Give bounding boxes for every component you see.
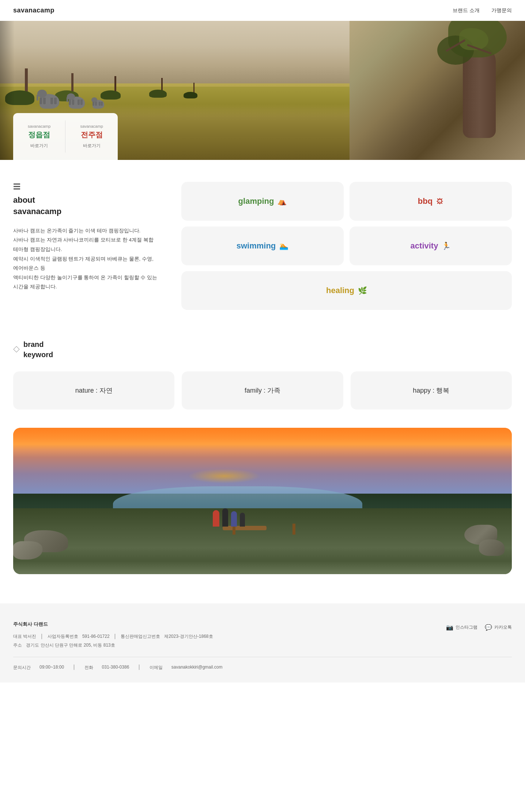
footer-bottom: 문의시간 09:00~18:00 │ 전화 031-380-0386 │ 이메일… — [13, 665, 512, 671]
instagram-link[interactable]: 📷 인스타그램 — [446, 624, 477, 631]
table-leg-2 — [292, 524, 295, 535]
person-3 — [231, 511, 237, 527]
footer-company: 주식회사 다랜드 — [13, 621, 446, 628]
rock-4 — [479, 539, 505, 556]
camp-ground — [13, 508, 512, 574]
rock-2 — [13, 541, 42, 560]
person-4 — [240, 513, 245, 527]
glamping-icon: ⛺ — [277, 197, 287, 206]
keyword-nature: nature : 자연 — [13, 371, 174, 409]
about-section: ☰ aboutsavanacamp 사바나 캠프는 온가족이 즐기는 이색 테마… — [0, 160, 525, 332]
person-1 — [213, 510, 219, 527]
brand-header: ◇ brandkeyword — [13, 339, 512, 360]
person-2 — [222, 508, 228, 527]
baobab-area — [350, 21, 525, 160]
nav-brand[interactable]: 브랜드 소개 — [453, 7, 480, 14]
footer-addr-label: 주소 — [13, 643, 22, 648]
location-bar: savanacamp 정읍점 바로가기 savanacamp 전주점 바로가기 — [13, 113, 118, 160]
footer-address: 경기도 안산시 단원구 만해로 205, 비동 813호 — [26, 643, 115, 648]
kakao-link[interactable]: 💬 카카오톡 — [485, 624, 512, 631]
footer-email: savanakokkiri@gmail.com — [171, 665, 223, 671]
footer: 주식회사 다랜드 대표 박서진 │ 사업자등록번호 591-86-01722 │… — [0, 603, 525, 682]
footer-info-1: 대표 박서진 │ 사업자등록번호 591-86-01722 │ 통신판매업신고번… — [13, 632, 446, 641]
footer-separator-3: │ — [73, 665, 76, 671]
feature-glamping: glamping ⛺ — [181, 182, 344, 221]
footer-rep-label: 대표 박서진 — [13, 634, 36, 639]
footer-biz-label: 사업자등록번호 — [48, 634, 78, 639]
about-left: ☰ aboutsavanacamp 사바나 캠프는 온가족이 즐기는 이색 테마… — [13, 182, 159, 292]
keyword-family: family : 가족 — [182, 371, 343, 409]
keyword-happy: happy : 행복 — [351, 371, 512, 409]
elephant-large — [37, 89, 62, 109]
nav-franchise[interactable]: 가맹문의 — [491, 7, 512, 14]
footer-inquiry-time: 09:00~18:00 — [39, 665, 64, 671]
feature-bbq-label: bbq — [418, 197, 433, 206]
footer-inquiry-label: 문의시간 — [13, 665, 31, 671]
instagram-icon: 📷 — [446, 624, 453, 631]
elephant-medium — [67, 92, 87, 109]
tree-center-2 — [190, 83, 197, 98]
location-link-jeonju[interactable]: 바로가기 — [80, 143, 103, 149]
logo[interactable]: savanacamp — [13, 7, 54, 14]
footer-email-label: 이메일 — [150, 665, 163, 671]
location-jeonju: savanacamp 전주점 바로가기 — [65, 120, 117, 153]
footer-top-row: 주식회사 다랜드 대표 박서진 │ 사업자등록번호 591-86-01722 │… — [13, 621, 512, 650]
feature-swimming-label: swimming — [237, 241, 276, 251]
keyword-row: nature : 자연 family : 가족 happy : 행복 — [13, 371, 512, 409]
activity-icon: 🏃 — [442, 242, 451, 250]
location-jeongeum: savanacamp 정읍점 바로가기 — [13, 120, 65, 153]
camp-people — [213, 508, 245, 527]
footer-biz-number: 591-86-01722 — [82, 634, 110, 639]
camp-photo-image — [13, 428, 512, 574]
footer-comm-label: 통신판매업신고번호 — [121, 634, 160, 639]
location-name-jeongeum: 정읍점 — [28, 130, 50, 140]
camp-sky — [13, 428, 512, 494]
footer-contact: 문의시간 09:00~18:00 │ 전화 031-380-0386 │ 이메일… — [13, 665, 222, 671]
site-header: savanacamp 브랜드 소개 가맹문의 — [0, 0, 525, 21]
sun-glow — [188, 469, 261, 483]
location-name-jeonju: 전주점 — [80, 130, 103, 140]
keyword-family-label: family : 가족 — [245, 387, 280, 394]
footer-left: 주식회사 다랜드 대표 박서진 │ 사업자등록번호 591-86-01722 │… — [13, 621, 446, 650]
feature-activity: activity 🏃 — [350, 227, 512, 265]
bbq-icon: ⚙ — [436, 197, 443, 206]
footer-comm-number: 제2023-경기안산-1868호 — [164, 634, 213, 639]
footer-phone: 031-380-0386 — [102, 665, 129, 671]
location-camp-label-1: savanacamp — [28, 124, 50, 128]
brand-icon: ◇ — [13, 345, 20, 354]
footer-separator-1: │ — [41, 634, 44, 639]
about-icon: ☰ — [13, 182, 159, 192]
kakao-icon: 💬 — [485, 624, 492, 631]
feature-healing-label: healing — [326, 286, 354, 295]
footer-phone-label: 전화 — [84, 665, 93, 671]
footer-separator-4: │ — [138, 665, 141, 671]
hero-section: savanacamp 정읍점 바로가기 savanacamp 전주점 바로가기 — [0, 21, 525, 160]
feature-glamping-label: glamping — [238, 197, 274, 206]
main-nav: 브랜드 소개 가맹문의 — [453, 7, 512, 14]
footer-divider — [13, 657, 512, 657]
tree-left-1 — [18, 68, 34, 105]
keyword-nature-label: nature : 자연 — [75, 387, 113, 394]
footer-separator-2: │ — [114, 634, 117, 639]
about-right: glamping ⛺ bbq ⚙ swimming 🏊 activity 🏃 h… — [181, 182, 512, 310]
swimming-icon: 🏊 — [279, 242, 288, 250]
location-link-jeongeum[interactable]: 바로가기 — [28, 143, 50, 149]
camp-photo-section — [0, 428, 525, 596]
tree-left-3 — [110, 76, 121, 100]
about-title: aboutsavanacamp — [13, 195, 159, 217]
healing-icon: 🌿 — [358, 286, 367, 295]
elephant-group — [37, 89, 106, 109]
elephant-small — [91, 96, 106, 109]
brand-section: ◇ brandkeyword nature : 자연 family : 가족 h… — [0, 332, 525, 428]
footer-right: 📷 인스타그램 💬 카카오톡 — [446, 621, 512, 650]
vignette-left — [0, 21, 15, 160]
instagram-label: 인스타그램 — [456, 624, 477, 630]
footer-info-2: 주소 경기도 안산시 단원구 만해로 205, 비동 813호 — [13, 641, 446, 650]
tree-center-1 — [157, 78, 167, 98]
feature-activity-label: activity — [411, 241, 438, 251]
brand-title: brandkeyword — [23, 339, 53, 360]
feature-swimming: swimming 🏊 — [181, 227, 344, 265]
feature-healing: healing 🌿 — [181, 271, 512, 310]
location-camp-label-2: savanacamp — [80, 124, 103, 128]
about-description: 사바나 캠프는 온가족이 즐기는 이색 테마 캠핑장입니다. 사바나 캠프는 자… — [13, 226, 159, 292]
